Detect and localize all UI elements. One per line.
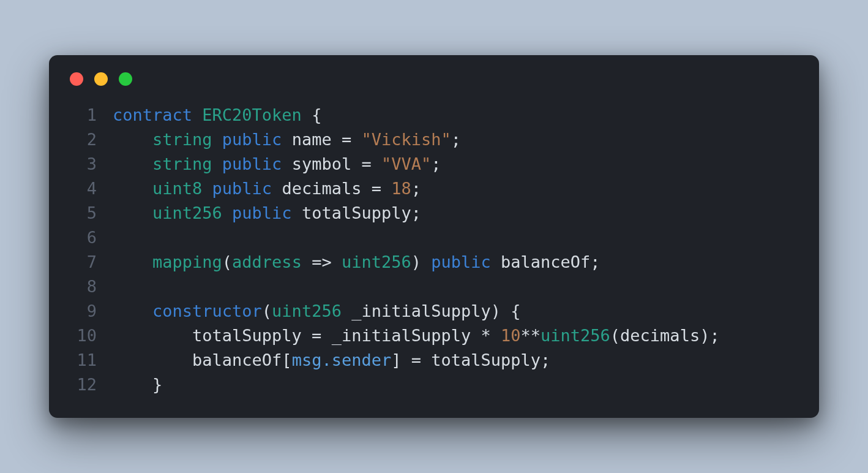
code-content[interactable]: contract ERC20Token { — [113, 103, 798, 127]
code-content[interactable]: balanceOf[msg.sender] = totalSupply; — [113, 348, 798, 373]
code-line[interactable]: 12 } — [70, 373, 798, 397]
line-number: 5 — [70, 201, 97, 225]
code-line[interactable]: 5 uint256 public totalSupply; — [70, 201, 798, 225]
code-content[interactable]: mapping(address => uint256) public balan… — [113, 250, 798, 274]
code-line[interactable]: 1contract ERC20Token { — [70, 103, 798, 127]
code-content[interactable]: } — [113, 373, 798, 397]
close-icon[interactable] — [70, 72, 83, 86]
code-content[interactable]: string public symbol = "VVA"; — [113, 152, 798, 176]
code-line[interactable]: 6 — [70, 225, 798, 250]
line-number: 4 — [70, 176, 97, 201]
line-number: 12 — [70, 373, 97, 397]
code-editor[interactable]: 1contract ERC20Token {2 string public na… — [70, 103, 798, 396]
code-line[interactable]: 2 string public name = "Vickish"; — [70, 127, 798, 152]
code-content[interactable]: constructor(uint256 _initialSupply) { — [113, 299, 798, 324]
line-number: 8 — [70, 274, 97, 299]
line-number: 2 — [70, 127, 97, 152]
code-line[interactable]: 4 uint8 public decimals = 18; — [70, 176, 798, 201]
code-line[interactable]: 9 constructor(uint256 _initialSupply) { — [70, 299, 798, 324]
line-number: 7 — [70, 250, 97, 274]
window-titlebar — [70, 72, 798, 86]
code-content[interactable]: string public name = "Vickish"; — [113, 127, 798, 152]
code-content[interactable] — [113, 225, 798, 250]
code-content[interactable]: uint8 public decimals = 18; — [113, 176, 798, 201]
maximize-icon[interactable] — [119, 72, 132, 86]
code-line[interactable]: 7 mapping(address => uint256) public bal… — [70, 250, 798, 274]
line-number: 3 — [70, 152, 97, 176]
line-number: 6 — [70, 225, 97, 250]
code-line[interactable]: 8 — [70, 274, 798, 299]
code-line[interactable]: 3 string public symbol = "VVA"; — [70, 152, 798, 176]
line-number: 11 — [70, 348, 97, 373]
code-content[interactable] — [113, 274, 798, 299]
code-window: 1contract ERC20Token {2 string public na… — [49, 55, 819, 417]
line-number: 9 — [70, 299, 97, 324]
code-content[interactable]: uint256 public totalSupply; — [113, 201, 798, 225]
code-content[interactable]: totalSupply = _initialSupply * 10**uint2… — [113, 324, 798, 348]
line-number: 10 — [70, 324, 97, 348]
code-line[interactable]: 10 totalSupply = _initialSupply * 10**ui… — [70, 324, 798, 348]
line-number: 1 — [70, 103, 97, 127]
minimize-icon[interactable] — [94, 72, 108, 86]
code-line[interactable]: 11 balanceOf[msg.sender] = totalSupply; — [70, 348, 798, 373]
